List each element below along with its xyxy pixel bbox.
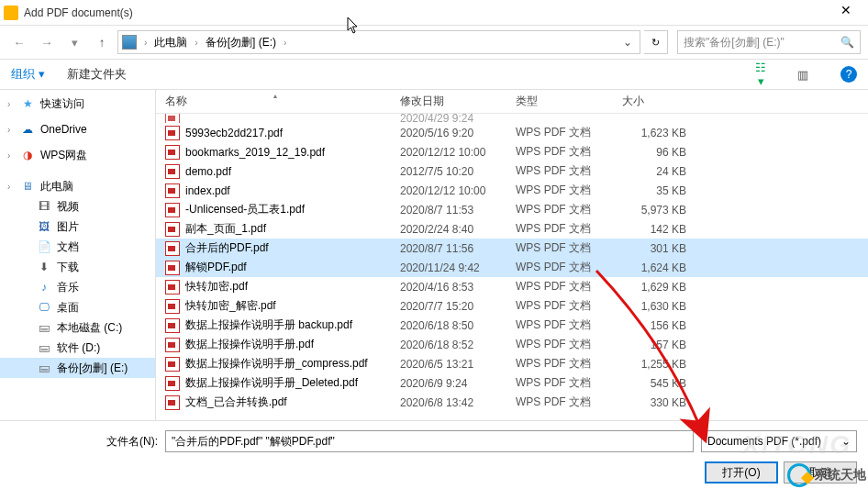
expand-icon[interactable]: › — [7, 125, 10, 135]
forward-button[interactable]: → — [35, 30, 59, 54]
pdf-icon — [165, 280, 180, 295]
file-size: 545 KB — [613, 377, 701, 390]
file-row[interactable]: 合并后的PDF.pdf2020/8/7 11:56WPS PDF 文档301 K… — [156, 239, 868, 258]
file-type: WPS PDF 文档 — [506, 221, 613, 237]
file-type: WPS PDF 文档 — [506, 240, 613, 256]
cancel-button[interactable]: 取消 — [784, 461, 857, 483]
pdf-icon — [165, 164, 180, 179]
file-size: 157 KB — [613, 339, 701, 351]
file-size: 301 KB — [613, 242, 701, 255]
file-name: 5993ecb2dd217.pdf — [185, 127, 283, 139]
file-date: 2020/6/18 8:50 — [391, 319, 506, 332]
chevron-right-icon[interactable]: › — [142, 38, 149, 48]
help-button[interactable]: ? — [840, 66, 857, 83]
file-row[interactable]: 数据上报操作说明手册.pdf2020/6/18 8:52WPS PDF 文档15… — [156, 335, 868, 354]
pdf-icon — [165, 261, 180, 275]
file-type: WPS PDF 文档 — [506, 260, 613, 275]
close-button[interactable]: ✕ — [828, 0, 864, 26]
file-date: 2020/5/16 9:20 — [391, 127, 506, 139]
pdf-icon — [165, 203, 180, 217]
refresh-button[interactable]: ↻ — [644, 30, 668, 54]
file-row[interactable]: 2020/4/29 9:24 — [156, 114, 868, 123]
search-icon: 🔍 — [840, 36, 854, 49]
sidebar-item[interactable]: 🖴软件 (D:) — [0, 338, 155, 358]
crumb-pc[interactable]: 此电脑 — [150, 33, 191, 52]
file-row[interactable]: 解锁PDF.pdf2020/11/24 9:42WPS PDF 文档1,624 … — [156, 258, 868, 277]
file-size: 142 KB — [613, 223, 701, 236]
file-date: 2020/12/12 10:00 — [391, 184, 506, 197]
expand-icon[interactable]: › — [7, 182, 10, 192]
file-row[interactable]: bookmarks_2019_12_19.pdf2020/12/12 10:00… — [156, 142, 868, 161]
up-button[interactable]: ↑ — [90, 30, 114, 54]
file-date: 2020/6/18 8:52 — [391, 339, 506, 351]
sort-asc-icon: ▴ — [273, 92, 277, 100]
file-type: WPS PDF 文档 — [506, 356, 613, 372]
file-row[interactable]: 5993ecb2dd217.pdf2020/5/16 9:20WPS PDF 文… — [156, 123, 868, 142]
col-type[interactable]: 类型 — [506, 94, 613, 109]
col-size[interactable]: 大小 — [613, 94, 701, 109]
file-row[interactable]: -Unlicensed-员工表1.pdf2020/8/7 11:53WPS PD… — [156, 200, 868, 219]
pdf-icon — [165, 299, 180, 314]
sidebar-item-label: 快速访问 — [40, 96, 84, 112]
file-list[interactable]: 2020/4/29 9:245993ecb2dd217.pdf2020/5/16… — [156, 114, 868, 420]
file-size: 1,629 KB — [613, 281, 701, 294]
sidebar-item[interactable]: 📄文档 — [0, 237, 155, 257]
preview-pane-button[interactable]: ▥ — [793, 64, 813, 84]
crumb-dropdown[interactable]: ⌄ — [619, 36, 636, 49]
back-button[interactable]: ← — [7, 30, 31, 54]
search-input[interactable]: 搜索"备份[勿删] (E:)" 🔍 — [677, 30, 861, 54]
file-row[interactable]: index.pdf2020/12/12 10:00WPS PDF 文档35 KB — [156, 181, 868, 200]
filename-input[interactable] — [165, 430, 694, 452]
window-title: Add PDF document(s) — [24, 6, 828, 19]
sidebar-item-label: 音乐 — [57, 280, 79, 295]
filetype-label: Documents PDF (*.pdf) — [707, 435, 821, 448]
sidebar-item[interactable]: 🖴本地磁盘 (C:) — [0, 317, 155, 338]
sidebar-item[interactable]: ⬇下载 — [0, 257, 155, 277]
sidebar-item[interactable]: 🎞视频 — [0, 196, 155, 217]
filetype-dropdown[interactable]: Documents PDF (*.pdf) ⌄ — [701, 430, 857, 452]
pdf-icon — [165, 318, 180, 333]
file-type: WPS PDF 文档 — [506, 279, 613, 295]
breadcrumb[interactable]: › 此电脑 › 备份[勿删] (E:) › ⌄ — [117, 30, 640, 54]
pdf-icon — [165, 376, 180, 391]
sidebar-item[interactable]: 🖴备份[勿删] (E:) — [0, 358, 155, 378]
file-row[interactable]: 副本_页面_1.pdf2020/2/24 8:40WPS PDF 文档142 K… — [156, 219, 868, 239]
sidebar-item[interactable]: 🖼图片 — [0, 217, 155, 237]
crumb-drive[interactable]: 备份[勿删] (E:) — [202, 33, 280, 52]
chevron-right-icon[interactable]: › — [193, 38, 199, 48]
sidebar-item-label: 软件 (D:) — [57, 340, 100, 356]
sidebar-item[interactable]: ♪音乐 — [0, 277, 155, 297]
file-row[interactable]: 数据上报操作说明手册_compress.pdf2020/6/5 13:21WPS… — [156, 354, 868, 373]
organize-menu[interactable]: 组织 ▾ — [11, 66, 45, 83]
view-mode-button[interactable]: ☷ ▾ — [751, 64, 771, 84]
sidebar-item[interactable]: ›★快速访问 — [0, 94, 155, 114]
nav-sidebar[interactable]: ›★快速访问›☁OneDrive›◑WPS网盘›🖥此电脑🎞视频🖼图片📄文档⬇下载… — [0, 90, 156, 420]
file-row[interactable]: 数据上报操作说明手册 backup.pdf2020/6/18 8:50WPS P… — [156, 316, 868, 335]
sidebar-item[interactable]: ›◑WPS网盘 — [0, 145, 155, 165]
file-row[interactable]: 数据上报操作说明手册_Deleted.pdf2020/6/9 9:24WPS P… — [156, 373, 868, 393]
file-row[interactable]: 快转加密_解密.pdf2020/7/7 15:20WPS PDF 文档1,630… — [156, 296, 868, 316]
file-type: WPS PDF 文档 — [506, 298, 613, 314]
file-row[interactable]: 快转加密.pdf2020/4/16 8:53WPS PDF 文档1,629 KB — [156, 277, 868, 296]
sidebar-item[interactable]: ›🖥此电脑 — [0, 176, 155, 196]
file-size: 1,255 KB — [613, 358, 701, 371]
file-type: WPS PDF 文档 — [506, 202, 613, 217]
file-date: 2020/4/16 8:53 — [391, 281, 506, 294]
col-date[interactable]: 修改日期 — [391, 94, 506, 109]
star-icon: ★ — [20, 96, 35, 111]
sidebar-item[interactable]: 🖵桌面 — [0, 297, 155, 317]
expand-icon[interactable]: › — [7, 150, 10, 161]
toolbar: 组织 ▾ 新建文件夹 ☷ ▾ ▥ ? — [0, 59, 868, 90]
expand-icon[interactable]: › — [7, 99, 10, 109]
pc-icon — [122, 35, 137, 50]
recent-button[interactable]: ▾ — [62, 30, 86, 54]
file-size: 1,623 KB — [613, 127, 701, 139]
chevron-right-icon[interactable]: › — [282, 38, 288, 48]
address-bar-row: ← → ▾ ↑ › 此电脑 › 备份[勿删] (E:) › ⌄ ↻ 搜索"备份[… — [0, 26, 868, 59]
open-button[interactable]: 打开(O) — [705, 461, 778, 483]
file-row[interactable]: 文档_已合并转换.pdf2020/6/8 13:42WPS PDF 文档330 … — [156, 393, 868, 412]
new-folder-button[interactable]: 新建文件夹 — [67, 66, 127, 83]
file-row[interactable]: demo.pdf2012/7/5 10:20WPS PDF 文档24 KB — [156, 161, 868, 181]
sidebar-item[interactable]: ›☁OneDrive — [0, 119, 155, 139]
col-name[interactable]: 名称▴ — [156, 94, 391, 109]
